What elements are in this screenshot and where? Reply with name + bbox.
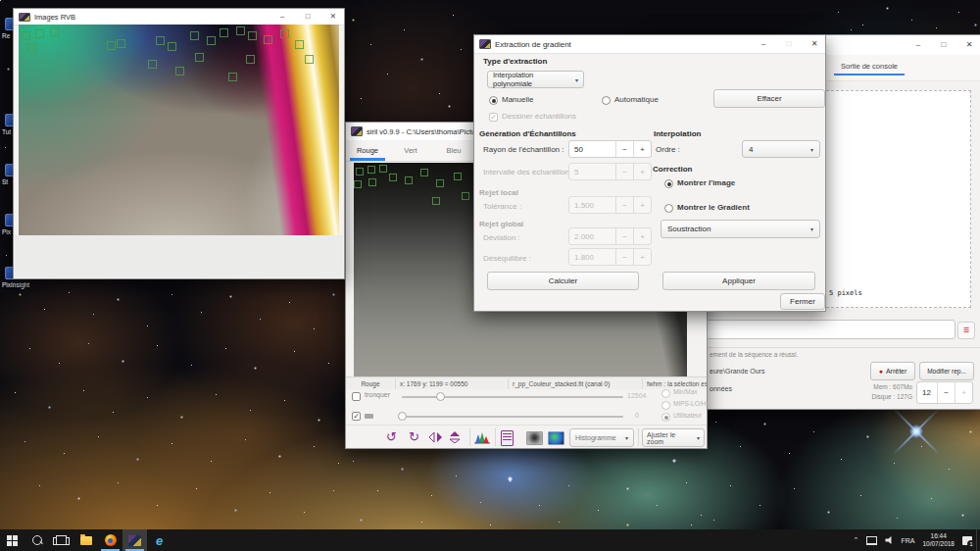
star-field [0,0,1,1]
maximize-button[interactable]: □ [778,40,800,48]
display-mode-select[interactable]: Histogramme ▾ [569,428,634,447]
lo-slider-handle[interactable] [398,412,407,421]
lo-checkbox[interactable]: ✓ [352,412,361,421]
manual-radio[interactable] [489,96,498,105]
order-value: 4 [749,145,753,154]
correction-mode-select[interactable]: Soustraction ▾ [661,220,820,238]
gradient-sample-square [50,27,59,36]
chevron-down-icon: ▾ [625,434,628,441]
order-select[interactable]: 4 ▾ [742,140,820,158]
close-dialog-button[interactable]: Fermer [780,293,825,310]
user-radio[interactable] [662,413,670,422]
apply-button-label: Appliquer [722,276,756,285]
show-gradient-radio[interactable] [664,204,673,213]
spin-minus-icon[interactable]: − [937,382,955,403]
spin-plus-icon[interactable]: + [633,228,651,244]
rvb-image-canvas[interactable] [19,25,339,235]
hi-slider-handle[interactable] [436,392,445,401]
minimize-button[interactable]: – [753,40,774,48]
tab-rouge[interactable]: Rouge [346,140,389,161]
tray-chevron-icon[interactable]: ⌃ [850,529,863,551]
gradient-sample-square [356,168,364,175]
spin-plus-icon[interactable]: + [633,164,651,179]
spin-minus-icon[interactable]: − [615,164,633,179]
rotate-ccw-icon[interactable]: ↺ [386,430,397,443]
start-button[interactable] [0,529,24,551]
spin-minus-icon[interactable]: − [615,141,633,157]
interpolation-type-value: Interpolation polynomiale [493,71,571,88]
tolerance-value: 1.500 [569,197,615,213]
spin-minus-icon[interactable]: − [615,249,633,265]
action-center-button[interactable]: 1 [958,529,976,551]
edge-button[interactable]: e [147,529,172,551]
dialog-titlebar[interactable]: Extraction de gradient – □ ✕ [474,35,825,54]
draw-samples-checkbox[interactable]: ✓ [489,113,498,122]
flip-horizontal-icon[interactable] [428,431,443,443]
tab-bleu[interactable]: Bleu [432,140,475,161]
unbalance-spinner[interactable]: 1.800 − + [568,248,652,266]
tab-vert[interactable]: Vert [389,140,432,161]
close-button[interactable]: ✕ [322,13,344,21]
apply-button[interactable]: Appliquer [662,272,815,290]
truncate-checkbox[interactable] [352,392,361,401]
user-label: Utilisateur [673,412,702,419]
color-preview-icon[interactable] [548,431,564,445]
compute-button[interactable]: Calculer [487,272,639,290]
status-filename: r_pp_Couleur_stacked.fit (canal 0) [509,378,643,389]
close-button[interactable]: ✕ [958,41,980,49]
sample-interval-spinner[interactable]: 5 − + [568,163,652,180]
hi-slider-track[interactable] [402,396,623,398]
spin-plus-icon[interactable]: + [633,249,651,265]
language-indicator[interactable]: FRA [897,529,918,551]
deviation-spinner[interactable]: 2.000 − + [568,227,652,245]
spin-minus-icon[interactable]: − [615,228,633,244]
file-explorer-button[interactable] [74,529,98,551]
fits-header-icon[interactable] [501,430,514,446]
rotate-cw-icon[interactable]: ↻ [409,430,419,443]
rvb-image-highlight-band [226,25,339,235]
network-icon[interactable] [862,529,881,551]
clock[interactable]: 16:44 10/07/2018 [918,532,958,549]
rvb-titlebar[interactable]: Images RVB – □ ✕ [14,9,344,25]
siril-app-icon [351,126,363,136]
tolerance-spinner[interactable]: 1.500 − + [568,196,652,214]
spin-plus-icon[interactable]: + [633,197,651,213]
firefox-button[interactable] [98,529,122,551]
close-button[interactable]: ✕ [804,40,825,48]
lo-slider-track[interactable] [398,416,623,418]
correction-mode-value: Soustraction [667,225,710,233]
histogram-icon[interactable] [474,430,490,444]
search-button[interactable] [24,529,49,551]
gradient-sample-square [354,180,362,188]
status-channel: Rouge [346,378,396,389]
stop-button[interactable]: ● Arrêter [870,362,915,380]
change-dir-button[interactable]: Modifier rep... [919,362,974,380]
command-history-button[interactable]: ☰ [957,322,975,339]
automatic-radio[interactable] [602,96,611,105]
siril-taskbar-button[interactable] [122,529,147,551]
tab-console-output[interactable]: Sortie de console [834,62,905,71]
maximize-button[interactable]: □ [297,13,318,21]
flip-vertical-icon[interactable] [448,431,463,443]
show-desktop-button[interactable] [976,529,980,551]
show-image-radio[interactable] [664,179,673,188]
task-view-button[interactable] [49,529,74,551]
star [508,476,513,481]
minimize-button[interactable]: – [907,41,929,49]
grayscale-preview-icon[interactable] [526,431,543,445]
sample-radius-spinner[interactable]: 50 − + [568,140,652,158]
console-output-line: 5 pixels [829,289,862,297]
clear-button[interactable]: Effacer [713,89,825,108]
volume-icon[interactable] [881,529,897,551]
gradient-sample-square [168,42,176,51]
threads-spinner[interactable]: 12 − + [916,381,973,404]
interpolation-type-select[interactable]: Interpolation polynomiale ▾ [487,71,584,88]
zoom-select[interactable]: Ajuster le zoom ▾ [642,428,705,447]
spin-plus-icon[interactable]: + [955,382,972,403]
minmax-radio[interactable] [662,389,670,398]
spin-minus-icon[interactable]: − [615,197,633,213]
minimize-button[interactable]: – [271,13,293,21]
spin-plus-icon[interactable]: + [633,141,651,157]
maximize-button[interactable]: □ [933,41,955,49]
mips-radio[interactable] [662,401,670,410]
